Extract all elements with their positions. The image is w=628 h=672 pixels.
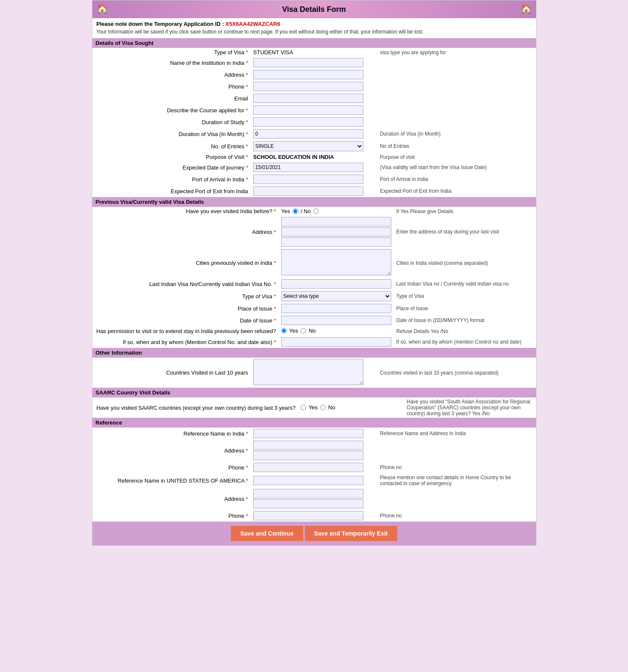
footer-bar: Save and Continue Save and Temporarily E…	[92, 522, 536, 545]
table-row: Reference Name in UNITED STATES OF AMERI…	[92, 473, 536, 488]
place-issue-input[interactable]	[281, 304, 391, 313]
prev-address-input-1[interactable]	[281, 217, 391, 226]
visa-sought-table: Type of Visa * STUDENT VISA visa type yo…	[92, 48, 536, 197]
table-row: No. of Entries * SINGLE MULTIPLE TRIPLE …	[92, 140, 536, 153]
home-icon[interactable]: 🏠	[97, 4, 108, 15]
table-row: If so, when and by whom (Mention Control…	[92, 336, 536, 348]
table-row: Date of Issue * Date of Issue in (DD/MM/…	[92, 314, 536, 326]
expected-date-input[interactable]	[253, 163, 363, 172]
saarc-yes-radio[interactable]	[301, 405, 306, 410]
type-of-visa-value: STUDENT VISA	[253, 49, 293, 56]
visited-before-radio-group: Yes / No	[281, 208, 319, 214]
ref-phone-usa-input[interactable]	[253, 511, 363, 520]
saarc-visited-label: Have you visited SAARC countries (except…	[92, 397, 298, 418]
date-issue-input[interactable]	[281, 316, 391, 325]
table-row: Name of the Institution in India *	[92, 57, 536, 69]
ref-address-usa-1[interactable]	[253, 489, 363, 498]
visited-before-yes-radio[interactable]	[293, 208, 298, 214]
table-row: Duration of Study *	[92, 116, 536, 128]
permission-refused-no-radio[interactable]	[301, 328, 306, 333]
expected-date-hint: (Visa validity will start from the Visa …	[377, 161, 536, 173]
table-row: Phone *	[92, 81, 536, 92]
course-label: Describe the Course applied for *	[92, 104, 251, 116]
countries-visited-textarea[interactable]	[253, 359, 363, 385]
table-row: Have you ever visited India before? * Ye…	[92, 207, 536, 216]
page-title: Visa Details Form	[108, 5, 520, 14]
previous-visa-table: Have you ever visited India before? * Ye…	[92, 207, 536, 348]
no-entries-select[interactable]: SINGLE MULTIPLE TRIPLE	[253, 141, 363, 151]
institution-input[interactable]	[253, 58, 363, 67]
table-row: Type of Visa * Select visa type TOURIST …	[92, 290, 536, 303]
flag-icon: 🏠	[520, 4, 532, 15]
table-row: Last Indian Visa No/Currently valid Indi…	[92, 278, 536, 290]
save-continue-button[interactable]: Save and Continue	[231, 526, 303, 541]
saarc-no-radio[interactable]	[320, 405, 326, 410]
prev-visa-type-select[interactable]: Select visa type TOURIST BUSINESS STUDEN…	[281, 291, 391, 301]
port-arrival-hint: Port of Arrival in India	[377, 173, 536, 185]
table-row: Expected Date of journey * (Visa validit…	[92, 161, 536, 173]
prev-address-input-3[interactable]	[281, 237, 391, 247]
port-exit-input[interactable]	[253, 186, 363, 196]
slash: / No	[301, 208, 311, 214]
address-input[interactable]	[253, 70, 363, 79]
phone-label: Phone *	[92, 81, 251, 92]
prev-address-hint: Enter the address of stay during your la…	[394, 216, 536, 248]
ref-address-india-1[interactable]	[253, 441, 363, 450]
if-so-label: If so, when and by whom (Mention Control…	[92, 336, 279, 348]
prev-address-label: Address *	[92, 216, 279, 248]
info-text: Your Information will be saved if you cl…	[92, 28, 536, 38]
ref-phone-usa-label: Phone *	[92, 510, 251, 522]
permission-refused-yes-radio[interactable]	[281, 328, 287, 333]
duration-visa-input[interactable]	[253, 129, 363, 139]
date-issue-label: Date of Issue *	[92, 314, 279, 326]
port-arrival-input[interactable]	[253, 175, 363, 184]
duration-study-label: Duration of Study *	[92, 116, 251, 128]
reference-table: Reference Name in India * Reference Name…	[92, 428, 536, 522]
phone-input[interactable]	[253, 82, 363, 91]
last-visa-input[interactable]	[281, 279, 391, 289]
ref-name-usa-input[interactable]	[253, 476, 363, 485]
yes-label: Yes	[281, 208, 290, 214]
temp-id-label: Please note down the Temporary Applicati…	[97, 21, 224, 27]
last-visa-hint: Last Indian Visa no / Currently valid In…	[394, 278, 536, 290]
duration-visa-hint: Duration of Visa (In Month)	[377, 128, 536, 140]
ref-address-usa-2[interactable]	[253, 499, 363, 508]
section-visa-sought: Details of Visa Sought	[92, 38, 536, 48]
save-exit-button[interactable]: Save and Temporarily Exit	[305, 526, 397, 541]
email-input[interactable]	[253, 94, 363, 103]
section-reference: Reference	[92, 418, 536, 428]
prev-address-input-2[interactable]	[281, 227, 391, 236]
header-bar: 🏠 Visa Details Form 🏠	[92, 0, 536, 18]
temp-id-bar: Please note down the Temporary Applicati…	[92, 18, 536, 28]
ref-name-india-input[interactable]	[253, 429, 363, 438]
ref-address-india-2[interactable]	[253, 451, 363, 460]
countries-visited-hint: Countries visited in last 10 years (comm…	[377, 358, 536, 388]
table-row: Address *	[92, 488, 536, 510]
purpose-label: Purpose of Visit *	[92, 153, 251, 161]
section-saarc: SAARC Country Visit Details	[92, 388, 536, 397]
countries-visited-label: Countries Visited in Last 10 years	[92, 358, 251, 388]
visited-before-hint: If Yes Please give Details	[394, 207, 536, 216]
table-row: Duration of Visa (In Month) * Duration o…	[92, 128, 536, 140]
table-row: Email	[92, 92, 536, 104]
visited-before-no-radio[interactable]	[313, 208, 319, 214]
permission-refused-label: Has permission to visit or to extend sta…	[92, 326, 279, 336]
table-row: Address * Enter the address of stay duri…	[92, 216, 536, 248]
table-row: Has permission to visit or to extend sta…	[92, 326, 536, 336]
visited-before-label: Have you ever visited India before? *	[92, 207, 279, 216]
place-issue-hint: Place of Issue	[394, 303, 536, 314]
duration-study-input[interactable]	[253, 117, 363, 127]
table-row: Expected Port of Exit from India Expecte…	[92, 185, 536, 197]
last-visa-label: Last Indian Visa No/Currently valid Indi…	[92, 278, 279, 290]
course-input[interactable]	[253, 106, 363, 115]
saarc-table: Have you visited SAARC countries (except…	[92, 397, 536, 418]
purpose-value: SCHOOL EDUCATION IN INDIA	[253, 154, 334, 160]
ref-phone-usa-hint: Phone no	[377, 510, 536, 522]
ref-phone-india-input[interactable]	[253, 463, 363, 472]
ref-address-usa-label: Address *	[92, 488, 251, 510]
duration-visa-label: Duration of Visa (In Month) *	[92, 128, 251, 140]
saarc-hint: Have you visited "South Asian Associatio…	[404, 397, 536, 418]
type-of-visa-label: Type of Visa *	[92, 48, 251, 57]
if-so-input[interactable]	[281, 337, 391, 347]
cities-textarea[interactable]	[281, 249, 391, 275]
